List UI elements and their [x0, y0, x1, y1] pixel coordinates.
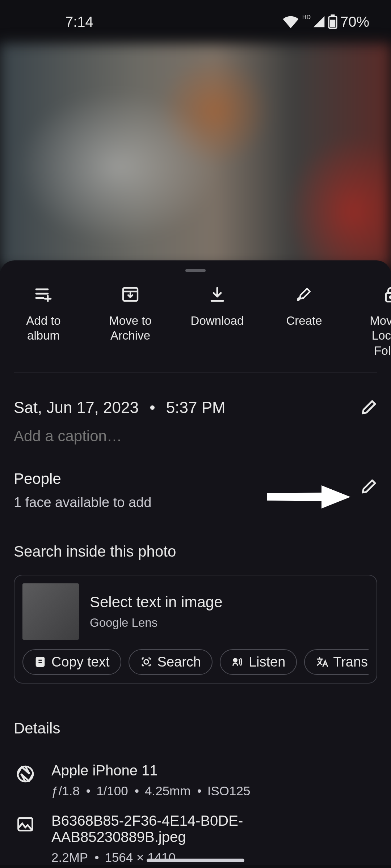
- lens-search-icon: [140, 656, 152, 668]
- camera-device: Apple iPhone 11: [51, 762, 250, 779]
- chip-label: Copy text: [51, 654, 110, 670]
- photo-time: 5:37 PM: [166, 399, 226, 416]
- status-time: 7:14: [65, 14, 93, 30]
- move-to-archive-button[interactable]: Move to Archive: [98, 282, 163, 358]
- listen-icon: [231, 656, 244, 668]
- details-header: Details: [0, 684, 391, 748]
- wifi-icon: [283, 15, 299, 28]
- battery-icon: [328, 14, 337, 29]
- signal-hd-label: HD: [302, 14, 311, 21]
- copy-text-icon: [34, 656, 46, 668]
- lens-card: Select text in image Google Lens Copy te…: [14, 575, 377, 684]
- file-detail-row: B6368B85-2F36-4E14-B0DE-AAB85230889B.jpe…: [0, 798, 391, 865]
- archive-icon: [122, 282, 139, 307]
- edit-people-button[interactable]: [360, 478, 377, 495]
- arrow-annotation-icon: [267, 482, 350, 511]
- chip-label: Search: [157, 654, 201, 670]
- signal-icon: [313, 16, 325, 28]
- battery-percent: 70%: [340, 14, 369, 30]
- camera-aperture: ƒ/1.8: [51, 784, 80, 798]
- action-label: Create: [286, 313, 322, 328]
- camera-detail-row: Apple iPhone 11 ƒ/1.8 1/100 4.25mm ISO12…: [0, 748, 391, 798]
- svg-point-18: [144, 660, 148, 664]
- add-to-album-button[interactable]: Add to album: [11, 282, 76, 358]
- file-size: 2.2MP: [51, 850, 88, 865]
- people-subtext: 1 face available to add: [14, 495, 151, 510]
- edit-date-button[interactable]: [360, 399, 377, 416]
- svg-marker-14: [267, 485, 350, 509]
- svg-rect-2: [330, 20, 336, 27]
- status-right: HD 70%: [283, 14, 369, 30]
- image-file-icon: [14, 813, 37, 836]
- playlist-add-icon: [34, 282, 52, 307]
- download-button[interactable]: Download: [185, 282, 250, 358]
- action-label: Download: [191, 313, 244, 328]
- copy-text-chip[interactable]: Copy text: [22, 649, 121, 675]
- translate-icon: [316, 656, 328, 668]
- sheet-grabber[interactable]: [185, 269, 206, 272]
- action-row[interactable]: Add to album Move to Archive Download Cr…: [0, 282, 391, 373]
- move-to-locked-folder-button[interactable]: Move to Locked Folder: [358, 282, 391, 358]
- action-label: Add to album: [11, 313, 76, 343]
- search-inside-header: Search inside this photo: [0, 543, 391, 560]
- search-chip[interactable]: Search: [129, 649, 213, 675]
- chip-label: Translate: [333, 654, 369, 670]
- listen-chip[interactable]: Listen: [220, 649, 297, 675]
- info-sheet: Add to album Move to Archive Download Cr…: [0, 260, 391, 865]
- lens-thumbnail: [22, 583, 79, 640]
- camera-focal: 4.25mm: [135, 784, 191, 798]
- dot-separator: •: [150, 399, 155, 416]
- caption-input[interactable]: [14, 427, 377, 445]
- translate-chip[interactable]: Translate: [304, 649, 369, 675]
- lens-provider: Google Lens: [90, 616, 223, 630]
- create-button[interactable]: Create: [272, 282, 337, 358]
- chip-label: Listen: [249, 654, 285, 670]
- lock-icon: [384, 282, 391, 307]
- file-name: B6368B85-2F36-4E14-B0DE-AAB85230889B.jpe…: [51, 813, 377, 845]
- date-row: Sat, Jun 17, 2023 • 5:37 PM: [14, 399, 377, 417]
- action-label: Move to Locked Folder: [358, 313, 391, 358]
- download-icon: [209, 282, 225, 307]
- photo-date: Sat, Jun 17, 2023: [14, 399, 139, 416]
- svg-point-19: [234, 659, 237, 662]
- camera-iso: ISO125: [197, 784, 250, 798]
- nav-gesture-handle[interactable]: [147, 859, 244, 862]
- aperture-icon: [14, 762, 37, 786]
- status-bar: 7:14 HD 70%: [0, 0, 391, 43]
- people-header: People: [14, 470, 151, 488]
- camera-shutter: 1/100: [86, 784, 128, 798]
- photo-datetime: Sat, Jun 17, 2023 • 5:37 PM: [14, 399, 226, 417]
- file-dimensions: 1564 × 1410: [94, 850, 176, 865]
- action-label: Move to Archive: [98, 313, 163, 343]
- lens-title: Select text in image: [90, 593, 223, 611]
- photo-preview[interactable]: [0, 43, 391, 268]
- brush-icon: [296, 282, 312, 307]
- lens-select-text[interactable]: Select text in image Google Lens: [22, 583, 369, 640]
